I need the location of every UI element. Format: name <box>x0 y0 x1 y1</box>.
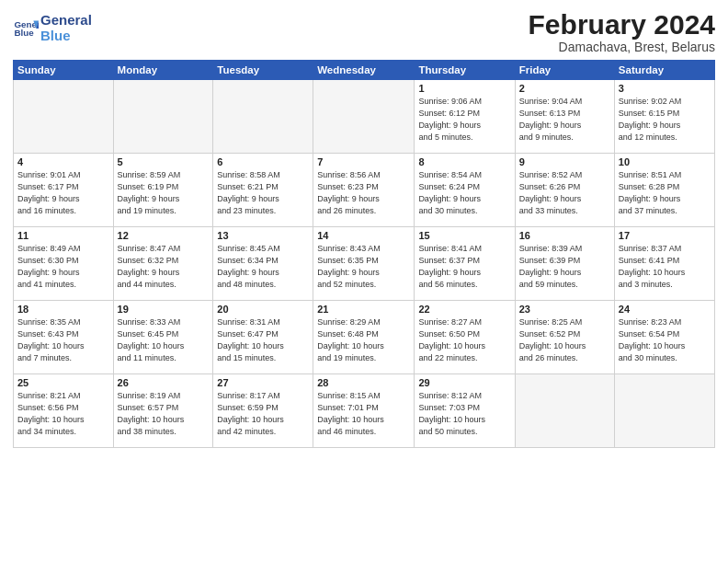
calendar-cell: 3Sunrise: 9:02 AM Sunset: 6:15 PM Daylig… <box>614 80 714 154</box>
day-number: 23 <box>519 304 610 315</box>
day-header-saturday: Saturday <box>614 61 714 80</box>
calendar-cell: 24Sunrise: 8:23 AM Sunset: 6:54 PM Dayli… <box>614 301 714 374</box>
calendar-cell: 7Sunrise: 8:56 AM Sunset: 6:23 PM Daylig… <box>313 154 415 227</box>
day-number: 21 <box>317 304 410 315</box>
day-number: 2 <box>519 83 610 94</box>
header: General Blue General Blue February 2024 … <box>13 9 715 54</box>
calendar-cell: 27Sunrise: 8:17 AM Sunset: 6:59 PM Dayli… <box>213 374 313 448</box>
svg-text:Blue: Blue <box>14 28 34 38</box>
day-number: 17 <box>619 230 711 241</box>
cell-info: Sunrise: 8:35 AM Sunset: 6:43 PM Dayligh… <box>17 316 109 364</box>
cell-info: Sunrise: 8:31 AM Sunset: 6:47 PM Dayligh… <box>217 316 309 364</box>
day-number: 5 <box>118 156 210 167</box>
calendar-week-1: 4Sunrise: 9:01 AM Sunset: 6:17 PM Daylig… <box>14 154 715 227</box>
day-number: 1 <box>418 83 510 94</box>
calendar-cell: 8Sunrise: 8:54 AM Sunset: 6:24 PM Daylig… <box>415 154 515 227</box>
day-header-thursday: Thursday <box>415 61 515 80</box>
calendar-cell: 4Sunrise: 9:01 AM Sunset: 6:17 PM Daylig… <box>14 154 114 227</box>
day-number: 9 <box>519 156 610 167</box>
day-number: 19 <box>118 304 210 315</box>
day-number: 7 <box>317 156 410 167</box>
calendar-cell: 21Sunrise: 8:29 AM Sunset: 6:48 PM Dayli… <box>313 301 415 374</box>
cell-info: Sunrise: 8:59 AM Sunset: 6:19 PM Dayligh… <box>118 169 210 217</box>
cell-info: Sunrise: 8:39 AM Sunset: 6:39 PM Dayligh… <box>519 243 610 291</box>
calendar-cell: 20Sunrise: 8:31 AM Sunset: 6:47 PM Dayli… <box>213 301 313 374</box>
cell-info: Sunrise: 8:54 AM Sunset: 6:24 PM Dayligh… <box>418 169 510 217</box>
day-number: 6 <box>217 156 309 167</box>
day-header-wednesday: Wednesday <box>313 61 415 80</box>
calendar-cell: 23Sunrise: 8:25 AM Sunset: 6:52 PM Dayli… <box>515 301 614 374</box>
main-container: General Blue General Blue February 2024 … <box>0 0 728 563</box>
calendar-cell: 29Sunrise: 8:12 AM Sunset: 7:03 PM Dayli… <box>415 374 515 448</box>
day-number: 27 <box>217 377 309 388</box>
day-number: 11 <box>17 230 109 241</box>
day-number: 16 <box>519 230 610 241</box>
cell-info: Sunrise: 8:45 AM Sunset: 6:34 PM Dayligh… <box>217 243 309 291</box>
day-number: 12 <box>118 230 210 241</box>
day-number: 22 <box>418 304 510 315</box>
cell-info: Sunrise: 8:49 AM Sunset: 6:30 PM Dayligh… <box>17 243 109 291</box>
calendar-cell: 22Sunrise: 8:27 AM Sunset: 6:50 PM Dayli… <box>415 301 515 374</box>
calendar-cell: 2Sunrise: 9:04 AM Sunset: 6:13 PM Daylig… <box>515 80 614 154</box>
cell-info: Sunrise: 8:37 AM Sunset: 6:41 PM Dayligh… <box>619 243 711 291</box>
cell-info: Sunrise: 8:43 AM Sunset: 6:35 PM Dayligh… <box>317 243 410 291</box>
cell-info: Sunrise: 8:41 AM Sunset: 6:37 PM Dayligh… <box>418 243 510 291</box>
calendar-cell <box>213 80 313 154</box>
cell-info: Sunrise: 8:15 AM Sunset: 7:01 PM Dayligh… <box>317 390 410 438</box>
day-number: 10 <box>619 156 711 167</box>
cell-info: Sunrise: 8:58 AM Sunset: 6:21 PM Dayligh… <box>217 169 309 217</box>
cell-info: Sunrise: 8:12 AM Sunset: 7:03 PM Dayligh… <box>418 390 510 438</box>
cell-info: Sunrise: 8:27 AM Sunset: 6:50 PM Dayligh… <box>418 316 510 364</box>
logo: General Blue General Blue <box>13 13 92 43</box>
cell-info: Sunrise: 8:33 AM Sunset: 6:45 PM Dayligh… <box>118 316 210 364</box>
title-block: February 2024 Damachava, Brest, Belarus <box>529 9 715 54</box>
cell-info: Sunrise: 8:56 AM Sunset: 6:23 PM Dayligh… <box>317 169 410 217</box>
calendar-cell: 13Sunrise: 8:45 AM Sunset: 6:34 PM Dayli… <box>213 227 313 301</box>
calendar-table: SundayMondayTuesdayWednesdayThursdayFrid… <box>13 60 715 448</box>
calendar-cell: 15Sunrise: 8:41 AM Sunset: 6:37 PM Dayli… <box>415 227 515 301</box>
calendar-week-3: 18Sunrise: 8:35 AM Sunset: 6:43 PM Dayli… <box>14 301 715 374</box>
day-number: 20 <box>217 304 309 315</box>
calendar-cell: 16Sunrise: 8:39 AM Sunset: 6:39 PM Dayli… <box>515 227 614 301</box>
logo-text: General Blue <box>40 13 92 43</box>
calendar-cell: 6Sunrise: 8:58 AM Sunset: 6:21 PM Daylig… <box>213 154 313 227</box>
day-number: 15 <box>418 230 510 241</box>
calendar-cell: 1Sunrise: 9:06 AM Sunset: 6:12 PM Daylig… <box>415 80 515 154</box>
cell-info: Sunrise: 9:01 AM Sunset: 6:17 PM Dayligh… <box>17 169 109 217</box>
calendar-cell: 25Sunrise: 8:21 AM Sunset: 6:56 PM Dayli… <box>14 374 114 448</box>
cell-info: Sunrise: 8:52 AM Sunset: 6:26 PM Dayligh… <box>519 169 610 217</box>
calendar-cell: 18Sunrise: 8:35 AM Sunset: 6:43 PM Dayli… <box>14 301 114 374</box>
day-number: 26 <box>118 377 210 388</box>
day-number: 13 <box>217 230 309 241</box>
cell-info: Sunrise: 8:17 AM Sunset: 6:59 PM Dayligh… <box>217 390 309 438</box>
logo-icon: General Blue <box>13 16 39 41</box>
calendar-cell <box>14 80 114 154</box>
month-year: February 2024 <box>529 9 715 40</box>
calendar-cell: 28Sunrise: 8:15 AM Sunset: 7:01 PM Dayli… <box>313 374 415 448</box>
calendar-cell: 19Sunrise: 8:33 AM Sunset: 6:45 PM Dayli… <box>113 301 213 374</box>
calendar-cell: 17Sunrise: 8:37 AM Sunset: 6:41 PM Dayli… <box>614 227 714 301</box>
day-header-tuesday: Tuesday <box>213 61 313 80</box>
calendar-cell: 26Sunrise: 8:19 AM Sunset: 6:57 PM Dayli… <box>113 374 213 448</box>
day-number: 28 <box>317 377 410 388</box>
day-number: 29 <box>418 377 510 388</box>
cell-info: Sunrise: 8:23 AM Sunset: 6:54 PM Dayligh… <box>619 316 711 364</box>
cell-info: Sunrise: 9:04 AM Sunset: 6:13 PM Dayligh… <box>519 96 610 144</box>
calendar-cell: 5Sunrise: 8:59 AM Sunset: 6:19 PM Daylig… <box>113 154 213 227</box>
calendar-week-0: 1Sunrise: 9:06 AM Sunset: 6:12 PM Daylig… <box>14 80 715 154</box>
cell-info: Sunrise: 8:25 AM Sunset: 6:52 PM Dayligh… <box>519 316 610 364</box>
day-header-friday: Friday <box>515 61 614 80</box>
day-number: 24 <box>619 304 711 315</box>
calendar-cell <box>113 80 213 154</box>
cell-info: Sunrise: 8:21 AM Sunset: 6:56 PM Dayligh… <box>17 390 109 438</box>
calendar-week-2: 11Sunrise: 8:49 AM Sunset: 6:30 PM Dayli… <box>14 227 715 301</box>
calendar-cell: 9Sunrise: 8:52 AM Sunset: 6:26 PM Daylig… <box>515 154 614 227</box>
location: Damachava, Brest, Belarus <box>529 40 715 54</box>
day-header-monday: Monday <box>113 61 213 80</box>
day-number: 4 <box>17 156 109 167</box>
calendar-cell <box>313 80 415 154</box>
day-number: 8 <box>418 156 510 167</box>
cell-info: Sunrise: 8:29 AM Sunset: 6:48 PM Dayligh… <box>317 316 410 364</box>
calendar-cell <box>515 374 614 448</box>
calendar-header-row: SundayMondayTuesdayWednesdayThursdayFrid… <box>14 61 715 80</box>
